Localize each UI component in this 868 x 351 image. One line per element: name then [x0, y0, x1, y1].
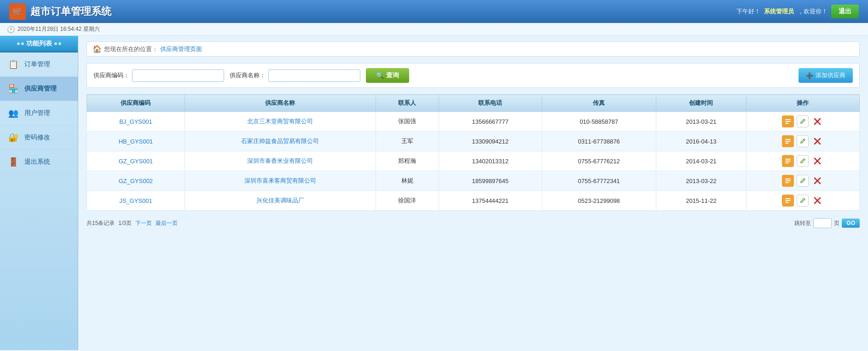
goto-label: 跳转至: [794, 219, 811, 227]
link-name[interactable]: 兴化佳美调味品厂: [256, 197, 304, 204]
view-button[interactable]: [782, 195, 794, 207]
search-icon: 🔍: [376, 72, 384, 79]
name-search-field: 供应商名称：: [230, 69, 360, 82]
edit-button[interactable]: [797, 155, 809, 167]
svg-rect-6: [785, 141, 791, 142]
cell-code: GZ_GYS002: [87, 171, 185, 191]
link-code[interactable]: JS_GYS001: [119, 197, 152, 204]
sidebar-item-password[interactable]: 🔐 密码修改: [0, 126, 78, 150]
code-search-field: 供应商编码：: [93, 69, 224, 82]
table-body: BJ_GYS001北京三木堂商贸有限公司张国强13566667777010-58…: [87, 112, 860, 211]
sidebar-header-decoration: [17, 42, 24, 45]
go-button[interactable]: GO: [842, 219, 860, 228]
cell-fax: 0755-67772341: [542, 171, 656, 191]
welcome-text: ，欢迎你！: [798, 7, 827, 16]
clock-icon: 🕐: [7, 26, 15, 33]
delete-button[interactable]: [811, 155, 823, 167]
greeting-text: 下午好！: [736, 7, 760, 16]
svg-rect-7: [785, 143, 789, 144]
svg-rect-16: [785, 180, 791, 181]
main-layout: 功能列表 📋 订单管理 🏪 供应商管理 👥 用户管理 🔐 密码修改 🚪 退出系统: [0, 36, 868, 350]
add-icon: ➕: [806, 72, 813, 79]
svg-rect-15: [785, 178, 791, 179]
edit-button[interactable]: [797, 115, 809, 127]
edit-icon: [799, 158, 806, 164]
breadcrumb-prefix: 您现在所在的位置：: [104, 45, 158, 53]
view-button[interactable]: [782, 135, 794, 147]
link-code[interactable]: BJ_GYS001: [119, 118, 152, 125]
link-code[interactable]: HB_GYS001: [119, 138, 153, 145]
cell-phone: 18599897645: [439, 171, 542, 191]
cell-name: 石家庄帅益食品贸易有限公司: [185, 132, 376, 151]
cell-created: 2014-03-21: [656, 151, 746, 171]
view-button[interactable]: [782, 155, 794, 167]
sidebar-item-exit-label: 退出系统: [24, 158, 50, 166]
search-button[interactable]: 🔍 查询: [366, 68, 409, 83]
code-input[interactable]: [132, 69, 224, 82]
edit-button[interactable]: [797, 135, 809, 147]
delete-button[interactable]: [811, 175, 823, 187]
delete-button[interactable]: [811, 115, 823, 127]
sidebar-header-label: 功能列表: [26, 40, 52, 48]
view-button[interactable]: [782, 175, 794, 187]
col-contact: 联系人: [376, 95, 439, 112]
cell-code: BJ_GYS001: [87, 112, 185, 132]
view-icon: [785, 158, 791, 164]
name-label: 供应商名称：: [230, 71, 266, 80]
table-row: GZ_GYS001深圳市泰香米业有限公司郑程瀚134020133120755-6…: [87, 151, 860, 171]
name-input[interactable]: [268, 69, 360, 82]
next-page-link[interactable]: 下一页: [135, 219, 152, 227]
link-code[interactable]: GZ_GYS001: [119, 158, 153, 165]
goto-page-label: 页: [834, 219, 839, 227]
sidebar-item-user[interactable]: 👥 用户管理: [0, 101, 78, 126]
link-name[interactable]: 深圳市泰香米业有限公司: [247, 157, 313, 164]
delete-button[interactable]: [811, 195, 823, 207]
sidebar-item-password-label: 密码修改: [24, 133, 50, 142]
svg-rect-20: [785, 198, 791, 199]
content-area: 🏠 您现在所在的位置： 供应商管理页面 供应商编码： 供应商名称： 🔍 查询 ➕…: [78, 36, 868, 350]
link-name[interactable]: 深圳市喜来客商贸有限公司: [244, 177, 316, 184]
edit-icon: [799, 118, 806, 125]
table-header: 供应商编码 供应商名称 联系人 联系电话 传真 创建时间 操作: [87, 95, 860, 112]
goto-input[interactable]: [813, 218, 832, 228]
link-name[interactable]: 北京三木堂商贸有限公司: [247, 118, 313, 125]
sidebar: 功能列表 📋 订单管理 🏪 供应商管理 👥 用户管理 🔐 密码修改 🚪 退出系统: [0, 36, 78, 350]
sidebar-item-exit[interactable]: 🚪 退出系统: [0, 150, 78, 174]
password-icon: 🔐: [7, 131, 20, 144]
page-info: 1/3页: [118, 219, 132, 227]
cell-contact: 郑程瀚: [376, 151, 439, 171]
header-left: 🛒 超市订单管理系统: [9, 3, 111, 20]
breadcrumb-link[interactable]: 供应商管理页面: [160, 45, 202, 53]
cell-action: [746, 112, 859, 132]
link-name[interactable]: 石家庄帅益食品贸易有限公司: [241, 138, 319, 144]
exit-icon: 🚪: [7, 155, 20, 168]
cell-fax: 0523-21299098: [542, 191, 656, 211]
supplier-icon: 🏪: [7, 82, 20, 95]
last-page-link[interactable]: 最后一页: [156, 219, 178, 227]
view-icon: [785, 197, 791, 204]
sidebar-item-supplier-label: 供应商管理: [24, 85, 57, 93]
edit-icon: [799, 197, 806, 204]
search-btn-label: 查询: [386, 71, 399, 80]
svg-rect-5: [785, 139, 791, 140]
add-supplier-button[interactable]: ➕ 添加供应商: [799, 68, 853, 83]
sidebar-item-order[interactable]: 📋 订单管理: [0, 52, 78, 77]
logout-button[interactable]: 退出: [831, 5, 859, 18]
cell-fax: 0311-67738876: [542, 132, 656, 151]
sidebar-header-decoration2: [54, 42, 61, 45]
view-button[interactable]: [782, 115, 794, 127]
link-code[interactable]: GZ_GYS002: [119, 178, 153, 184]
sidebar-item-supplier[interactable]: 🏪 供应商管理: [0, 77, 78, 101]
delete-button[interactable]: [811, 135, 823, 147]
col-action: 操作: [746, 95, 859, 112]
user-icon: 👥: [7, 107, 20, 120]
col-fax: 传真: [542, 95, 656, 112]
edit-button[interactable]: [797, 175, 809, 187]
action-buttons: [752, 175, 854, 187]
pagination: 共15条记录 1/3页 下一页 最后一页 跳转至 页 GO: [87, 216, 860, 230]
action-buttons: [752, 135, 854, 147]
edit-button[interactable]: [797, 195, 809, 207]
datetime-text: 2020年11月28日 16:54:42 星期六: [17, 25, 100, 33]
add-btn-label: 添加供应商: [816, 71, 845, 80]
cell-action: [746, 191, 859, 211]
